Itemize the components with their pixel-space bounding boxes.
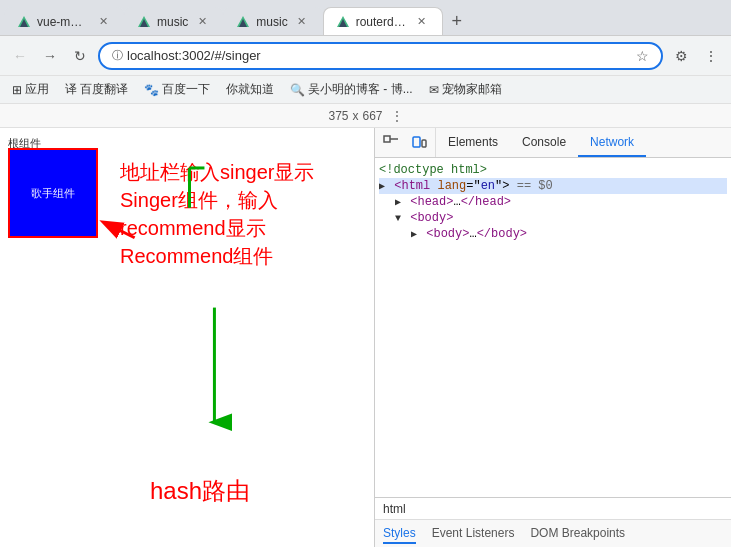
expand-triangle[interactable]: ▼ bbox=[395, 213, 401, 224]
tab-label: Elements bbox=[448, 135, 498, 149]
tab-console[interactable]: Console bbox=[510, 128, 578, 157]
tab-music-1[interactable]: music ✕ bbox=[124, 7, 223, 35]
tab-bar: vue-music ✕ music ✕ music ✕ routerdemo ✕ bbox=[0, 0, 731, 36]
breadcrumb-html: html bbox=[383, 502, 406, 516]
tab-elements[interactable]: Elements bbox=[436, 128, 510, 157]
extensions-button[interactable]: ⚙ bbox=[669, 44, 693, 68]
bookmark-label: 应用 bbox=[25, 81, 49, 98]
dimension-separator: x bbox=[353, 109, 359, 123]
tab-favicon bbox=[17, 15, 31, 29]
bookmark-nizhijiudao[interactable]: 你就知道 bbox=[222, 79, 278, 100]
main-area: 根组件 歌手组件 地址栏输入singer显示Singer组件，输入recomme… bbox=[0, 128, 731, 547]
tab-label: Console bbox=[522, 135, 566, 149]
doctype-line: <!doctype html> bbox=[379, 162, 727, 178]
tab-close-button[interactable]: ✕ bbox=[414, 14, 430, 30]
bookmark-baidu-fanyi[interactable]: 译 百度翻译 bbox=[61, 79, 132, 100]
viewport-width: 375 bbox=[328, 109, 348, 123]
tab-label: music bbox=[157, 15, 188, 29]
devtools-breadcrumb: html bbox=[375, 497, 731, 519]
expand-triangle[interactable]: ▶ bbox=[411, 229, 417, 240]
annotation-description: 地址栏输入singer显示Singer组件，输入recommend显示Recom… bbox=[120, 161, 314, 267]
bookmark-label: 百度翻译 bbox=[80, 81, 128, 98]
lock-icon: ⓘ bbox=[112, 48, 123, 63]
address-bar[interactable]: ⓘ ☆ bbox=[98, 42, 663, 70]
tab-network[interactable]: Network bbox=[578, 128, 646, 157]
bookmark-apps[interactable]: ⊞ 应用 bbox=[8, 79, 53, 100]
singer-component-label: 歌手组件 bbox=[31, 186, 75, 201]
address-input[interactable] bbox=[127, 48, 632, 63]
blog-icon: 🔍 bbox=[290, 83, 305, 97]
hash-route-label: hash路由 bbox=[150, 475, 250, 507]
bookmark-star-icon[interactable]: ☆ bbox=[636, 48, 649, 64]
devtools-menu-icon[interactable]: ⋮ bbox=[391, 109, 403, 123]
tab-label: Styles bbox=[383, 526, 416, 540]
expand-triangle[interactable]: ▶ bbox=[395, 197, 401, 208]
apps-icon: ⊞ bbox=[12, 83, 22, 97]
bookmark-blog[interactable]: 🔍 吴小明的博客 - 博... bbox=[286, 79, 417, 100]
tab-label: DOM Breakpoints bbox=[530, 526, 625, 540]
body-inner-line[interactable]: ▶ <body>…</body> bbox=[379, 226, 727, 242]
svg-rect-15 bbox=[422, 140, 426, 147]
bookmark-label: 吴小明的博客 - 博... bbox=[308, 81, 413, 98]
tab-label: routerdemo bbox=[356, 15, 408, 29]
address-bar-row: ← → ↻ ⓘ ☆ ⚙ ⋮ bbox=[0, 36, 731, 76]
bookmark-label: 你就知道 bbox=[226, 81, 274, 98]
menu-button[interactable]: ⋮ bbox=[699, 44, 723, 68]
tab-close-button[interactable]: ✕ bbox=[294, 14, 310, 30]
bookmarks-bar: ⊞ 应用 译 百度翻译 🐾 百度一下 你就知道 🔍 吴小明的博客 - 博... … bbox=[0, 76, 731, 104]
dimension-bar: 375 x 667 ⋮ bbox=[0, 104, 731, 128]
inspect-element-icon[interactable] bbox=[381, 133, 401, 153]
bookmark-label: 宠物家邮箱 bbox=[442, 81, 502, 98]
tab-favicon bbox=[137, 15, 151, 29]
devtools-bottom-tabs: Styles Event Listeners DOM Breakpoints bbox=[375, 519, 731, 547]
devtools-elements-panel: <!doctype html> ▶ <html lang="en"> == $0… bbox=[375, 158, 731, 497]
svg-rect-12 bbox=[384, 136, 390, 142]
devtools-panel: Elements Console Network <!doctype html>… bbox=[375, 128, 731, 547]
back-button[interactable]: ← bbox=[8, 44, 32, 68]
body-line[interactable]: ▼ <body> bbox=[379, 210, 727, 226]
expand-triangle[interactable]: ▶ bbox=[379, 181, 385, 192]
tab-dom-breakpoints[interactable]: DOM Breakpoints bbox=[530, 524, 625, 544]
tab-favicon bbox=[236, 15, 250, 29]
email-icon: ✉ bbox=[429, 83, 439, 97]
baidu-icon: 🐾 bbox=[144, 83, 159, 97]
bookmark-label: 百度一下 bbox=[162, 81, 210, 98]
tab-favicon bbox=[336, 15, 350, 29]
tab-close-button[interactable]: ✕ bbox=[95, 14, 111, 30]
tab-close-button[interactable]: ✕ bbox=[194, 14, 210, 30]
reload-button[interactable]: ↻ bbox=[68, 44, 92, 68]
tab-label: vue-music bbox=[37, 15, 89, 29]
html-tag-line[interactable]: ▶ <html lang="en"> == $0 bbox=[379, 178, 727, 194]
annotation-text: 地址栏输入singer显示Singer组件，输入recommend显示Recom… bbox=[120, 158, 350, 270]
viewport-height: 667 bbox=[363, 109, 383, 123]
bookmark-baidu[interactable]: 🐾 百度一下 bbox=[140, 79, 214, 100]
tab-music-2[interactable]: music ✕ bbox=[223, 7, 322, 35]
head-line[interactable]: ▶ <head>…</head> bbox=[379, 194, 727, 210]
forward-button[interactable]: → bbox=[38, 44, 62, 68]
browser-viewport: 根组件 歌手组件 地址栏输入singer显示Singer组件，输入recomme… bbox=[0, 128, 375, 547]
singer-component-box: 歌手组件 bbox=[8, 148, 98, 238]
translate-icon: 译 bbox=[65, 81, 77, 98]
tab-event-listeners[interactable]: Event Listeners bbox=[432, 524, 515, 544]
devtools-tab-bar: Elements Console Network bbox=[375, 128, 731, 158]
devtools-toolbar bbox=[375, 128, 436, 157]
device-toolbar-icon[interactable] bbox=[409, 133, 429, 153]
new-tab-button[interactable]: + bbox=[443, 7, 471, 35]
browser-window: vue-music ✕ music ✕ music ✕ routerdemo ✕ bbox=[0, 0, 731, 547]
bookmark-email[interactable]: ✉ 宠物家邮箱 bbox=[425, 79, 506, 100]
tab-label: Event Listeners bbox=[432, 526, 515, 540]
tab-label: music bbox=[256, 15, 287, 29]
svg-rect-14 bbox=[413, 137, 420, 147]
tab-vue-music[interactable]: vue-music ✕ bbox=[4, 7, 124, 35]
tab-styles[interactable]: Styles bbox=[383, 524, 416, 544]
tab-routerdemo[interactable]: routerdemo ✕ bbox=[323, 7, 443, 35]
viewport-content: 根组件 歌手组件 地址栏输入singer显示Singer组件，输入recomme… bbox=[0, 128, 374, 547]
tab-label: Network bbox=[590, 135, 634, 149]
